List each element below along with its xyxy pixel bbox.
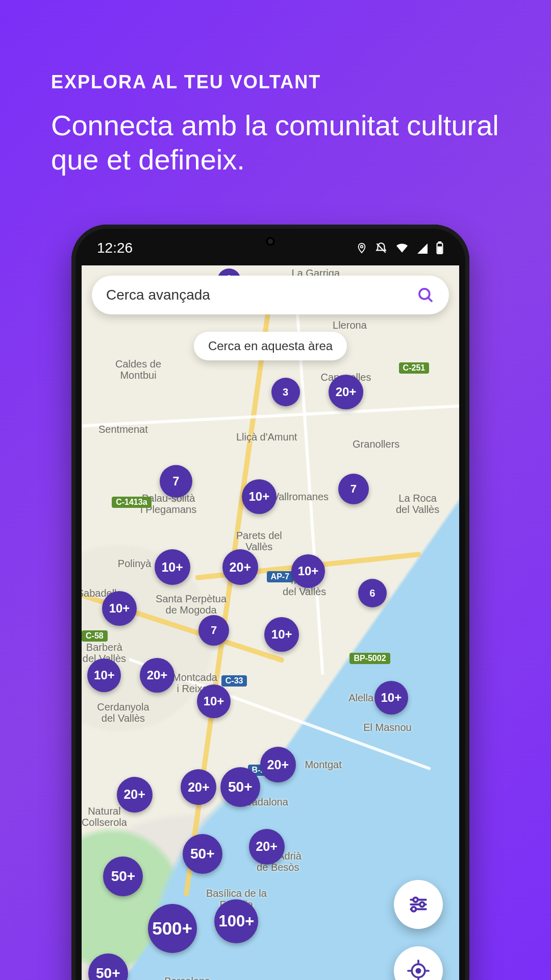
- svg-rect-2: [439, 241, 441, 243]
- map-cluster[interactable]: 10+: [197, 684, 231, 718]
- search-input[interactable]: [106, 287, 416, 303]
- map-cluster[interactable]: 10+: [155, 549, 190, 585]
- road-tag: C-58: [82, 630, 108, 642]
- svg-point-7: [413, 897, 418, 902]
- map-canvas[interactable]: La GarrigaLleronaCaldes deMontbuiCanovel…: [82, 265, 459, 980]
- map-cluster[interactable]: 20+: [329, 375, 363, 409]
- map-cluster[interactable]: 10+: [291, 554, 325, 588]
- map-cluster[interactable]: 10+: [87, 658, 121, 692]
- map-cluster[interactable]: 7: [198, 615, 229, 646]
- road-tag: C-251: [399, 362, 430, 374]
- svg-point-9: [420, 902, 424, 907]
- map-cluster[interactable]: 500+: [148, 904, 197, 953]
- map-cluster[interactable]: 7: [160, 465, 192, 498]
- road-tag: AP-7: [267, 571, 293, 582]
- road-tag: BP-5002: [349, 653, 390, 664]
- map-place-label: Granollers: [353, 438, 399, 450]
- svg-point-11: [411, 907, 416, 912]
- map-place-label: Llerona: [333, 320, 367, 331]
- map-place-label: Santa Perpètuade Mogoda: [156, 593, 227, 616]
- svg-line-5: [428, 298, 432, 301]
- sliders-icon: [407, 893, 430, 916]
- road-tag: C-1413a: [112, 497, 151, 508]
- status-time: 12:26: [97, 240, 133, 256]
- map-cluster[interactable]: 10+: [102, 591, 137, 626]
- location-icon: [356, 241, 367, 255]
- map-place-label: La Rocadel Vallès: [396, 493, 439, 515]
- svg-point-13: [416, 969, 420, 972]
- map-place-label: Polinyà: [118, 558, 152, 569]
- mute-icon: [374, 241, 388, 255]
- map-cluster[interactable]: 100+: [214, 899, 258, 943]
- map-place-label: Barcelona: [164, 975, 210, 980]
- map-cluster[interactable]: 7: [338, 474, 369, 504]
- map-cluster[interactable]: 50+: [220, 767, 260, 807]
- app-screen: La GarrigaLleronaCaldes deMontbuiCanovel…: [82, 265, 459, 980]
- map-cluster[interactable]: 10+: [264, 617, 299, 652]
- map-place-label: Montgat: [305, 759, 341, 770]
- search-bar[interactable]: [92, 276, 449, 314]
- map-place-label: Lliçà d'Amunt: [236, 431, 297, 443]
- map-cluster[interactable]: 50+: [183, 834, 222, 874]
- phone-frame: 12:26 La GarrigaLleronaCaldes deMontbuiC…: [71, 225, 469, 980]
- map-cluster[interactable]: 10+: [242, 479, 277, 514]
- map-place-label: Sentmenat: [98, 424, 148, 435]
- road-tag: C-33: [221, 675, 247, 687]
- promo-headline: Connecta amb la comunitat cultural que e…: [51, 108, 500, 177]
- map-cluster[interactable]: 20+: [260, 747, 296, 782]
- map-cluster[interactable]: 50+: [88, 953, 128, 980]
- map-place-label: Alella: [348, 692, 373, 703]
- svg-rect-3: [438, 247, 442, 252]
- map-cluster[interactable]: 6: [358, 579, 387, 607]
- map-place-label: Cerdanyoladel Vallès: [97, 701, 149, 724]
- map-cluster[interactable]: 20+: [249, 829, 285, 865]
- promo-eyebrow: EXPLORA AL TEU VOLTANT: [51, 71, 551, 93]
- map-place-label: NaturalCollserola: [82, 805, 127, 828]
- map-cluster[interactable]: 3: [271, 378, 300, 406]
- map-place-label: Parets delVallès: [236, 530, 282, 552]
- battery-icon: [436, 241, 444, 255]
- map-cluster[interactable]: 20+: [117, 777, 153, 813]
- signal-icon: [416, 242, 429, 254]
- search-this-area-button[interactable]: Cerca en aquesta àrea: [194, 332, 347, 360]
- phone-notch: [219, 234, 321, 254]
- status-icons: [356, 241, 444, 255]
- map-place-label: Vallromanes: [272, 491, 329, 502]
- map-cluster[interactable]: 10+: [374, 681, 408, 715]
- map-cluster[interactable]: 50+: [103, 856, 143, 896]
- map-place-label: El Masnou: [363, 722, 412, 733]
- map-cluster[interactable]: 20+: [222, 549, 258, 585]
- map-cluster[interactable]: 20+: [181, 769, 216, 805]
- map-place-label: Caldes deMontbui: [115, 358, 161, 381]
- svg-point-0: [361, 245, 363, 248]
- wifi-icon: [395, 242, 409, 254]
- crosshair-icon: [407, 960, 430, 980]
- search-icon[interactable]: [416, 286, 435, 304]
- map-cluster[interactable]: 20+: [140, 658, 174, 693]
- filters-button[interactable]: [394, 880, 443, 929]
